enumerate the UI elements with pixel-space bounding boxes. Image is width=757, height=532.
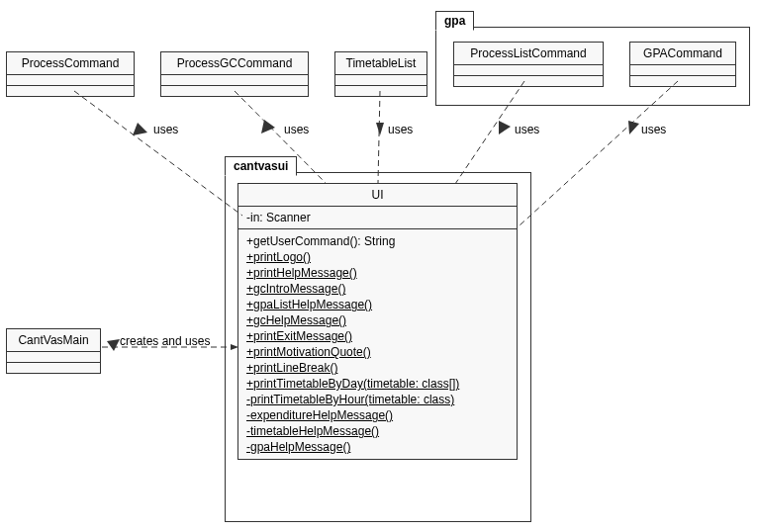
ui-method: +gpaListHelpMessage() (246, 297, 509, 312)
svg-line-0 (74, 91, 242, 216)
ui-method: +printTimetableByDay(timetable: class[]) (246, 376, 509, 392)
class-gpa-command-name: GPACommand (630, 43, 735, 65)
class-process-list-command-name: ProcessListCommand (454, 43, 603, 65)
class-process-list-command: ProcessListCommand (453, 42, 604, 87)
class-ui-name: UI (238, 184, 517, 207)
package-gpa-tab: gpa (435, 11, 474, 31)
svg-marker-5 (376, 123, 384, 135)
edge-label-uses-5: uses (641, 123, 666, 136)
class-timetable-list: TimetableList (334, 51, 427, 97)
class-process-gc-command-name: ProcessGCCommand (161, 52, 308, 75)
ui-method: -expenditureHelpMessage() (246, 407, 509, 423)
svg-line-4 (378, 91, 380, 183)
edge-label-uses-2: uses (284, 123, 309, 136)
svg-marker-1 (133, 123, 147, 135)
class-process-command-name: ProcessCommand (7, 52, 134, 75)
class-process-command: ProcessCommand (6, 51, 135, 97)
ui-method: +printLineBreak() (246, 360, 509, 376)
ui-method: -timetableHelpMessage() (246, 423, 509, 439)
ui-method: +gcIntroMessage() (246, 281, 509, 297)
ui-method: +printHelpMessage() (246, 265, 509, 281)
svg-marker-3 (261, 120, 275, 133)
edge-label-uses-1: uses (153, 123, 178, 136)
class-timetable-list-name: TimetableList (335, 52, 426, 75)
ui-method: +printExitMessage() (246, 328, 509, 344)
edge-label-creates-uses: creates and uses (120, 334, 210, 348)
class-cantvasmain-name: CantVasMain (7, 329, 100, 352)
class-process-gc-command: ProcessGCCommand (160, 51, 309, 97)
edge-label-uses-4: uses (515, 123, 539, 136)
edge-label-uses-3: uses (388, 123, 413, 136)
svg-marker-11 (107, 339, 120, 351)
ui-method: -printTimetableByHour(timetable: class) (246, 392, 509, 407)
ui-method: +printLogo() (246, 249, 509, 265)
class-ui-methods: +getUserCommand(): String +printLogo() +… (238, 229, 517, 459)
package-cantvasui-label: cantvasui (234, 159, 288, 173)
package-gpa-label: gpa (444, 14, 465, 28)
ui-method: +getUserCommand(): String (246, 233, 509, 249)
class-gpa-command: GPACommand (629, 42, 736, 87)
class-ui: UI -in: Scanner +getUserCommand(): Strin… (237, 183, 518, 460)
package-cantvasui-tab: cantvasui (225, 156, 297, 176)
svg-marker-9 (628, 121, 639, 134)
ui-method: +gcHelpMessage() (246, 312, 509, 328)
ui-method: +printMotivationQuote() (246, 344, 509, 360)
class-cantvasmain: CantVasMain (6, 328, 101, 374)
svg-marker-7 (499, 121, 511, 134)
ui-method: -gpaHelpMessage() (246, 439, 509, 455)
class-ui-attr: -in: Scanner (238, 207, 517, 229)
